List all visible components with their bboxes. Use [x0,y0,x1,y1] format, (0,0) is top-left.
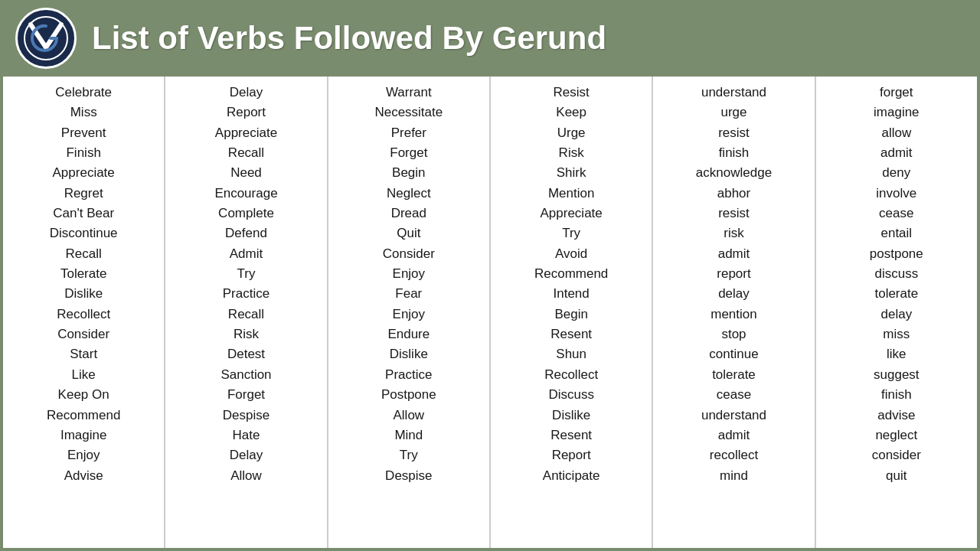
word-item: Forget [227,385,265,405]
word-item: Enjoy [393,264,426,284]
word-item: report [717,264,750,284]
word-item: continue [709,344,758,364]
word-item: Celebrate [55,83,112,103]
column-4: ResistKeepUrgeRiskShirkMentionAppreciate… [491,77,653,548]
word-item: Intend [554,284,590,304]
word-item: Try [562,223,580,243]
word-item: acknowledge [696,163,772,183]
content-area: CelebrateMissPreventFinishAppreciateRegr… [3,77,977,548]
word-item: Appreciate [53,163,115,183]
word-item: Try [237,264,256,284]
word-item: Endure [387,324,430,344]
word-item: like [887,344,906,364]
word-item: Resist [554,83,590,103]
word-item: Recollect [57,305,110,324]
word-item: cease [879,204,913,223]
word-item: Recollect [544,365,598,385]
word-item: Risk [559,143,584,163]
word-item: Recall [228,143,264,163]
word-item: Keep On [58,385,109,405]
word-item: miss [883,324,910,344]
word-item: understand [701,406,766,425]
word-item: Postpone [381,385,436,405]
word-item: Keep [556,103,586,122]
word-item: Avoid [555,244,587,264]
word-item: Consider [57,324,109,344]
word-item: advise [877,406,915,425]
word-item: Discontinue [50,223,118,243]
word-item: Prefer [391,123,426,143]
word-item: Neglect [387,184,431,204]
word-item: admit [880,143,913,163]
word-item: Dislike [64,284,103,304]
word-item: imagine [874,103,920,122]
word-item: Resent [550,324,592,344]
word-item: Despise [385,466,432,486]
word-item: Hate [233,425,260,445]
word-item: Forget [390,143,427,163]
word-item: Regret [64,184,103,204]
word-item: Despise [223,406,270,425]
column-3: WarrantNecessitatePreferForgetBeginNegle… [328,77,491,548]
word-item: resist [718,123,750,143]
word-item: allow [881,123,911,143]
word-item: deny [882,163,910,183]
word-item: Encourage [214,184,277,204]
word-item: Try [400,445,418,465]
word-item: Discuss [548,385,594,405]
word-item: Practice [385,365,432,385]
word-item: abhor [717,184,750,204]
word-item: Recommend [47,406,120,425]
word-item: Warrant [386,83,432,103]
word-item: Advise [64,466,103,486]
word-item: Recommend [534,264,608,284]
word-item: Anticipate [543,466,600,486]
column-2: DelayReportAppreciateRecallNeedEncourage… [165,77,328,548]
word-item: Risk [234,324,259,344]
word-item: admit [718,244,750,264]
word-item: delay [718,284,750,304]
word-item: understand [701,83,766,103]
word-item: forget [880,83,913,103]
word-item: Begin [392,163,425,183]
word-item: Imagine [60,425,106,445]
word-item: Detest [227,344,265,364]
word-item: Resent [550,425,592,445]
word-item: Complete [218,204,274,223]
header: List of Verbs Followed By Gerund [0,0,980,77]
word-item: risk [724,223,743,243]
word-item: Dread [391,204,426,223]
word-item: Finish [66,143,100,163]
word-item: Report [227,103,266,122]
word-item: resist [718,204,750,223]
page-title: List of Verbs Followed By Gerund [92,20,606,57]
word-item: urge [720,103,746,122]
column-6: forgetimagineallowadmitdenyinvolveceasee… [816,77,977,548]
word-item: Fear [395,284,422,304]
logo [15,8,77,69]
word-item: Appreciate [541,204,603,223]
word-item: finish [881,385,912,405]
word-item: Tolerate [60,264,106,284]
word-item: Admit [230,244,263,264]
word-item: tolerate [712,365,756,385]
word-item: finish [719,143,750,163]
word-item: Defend [225,223,267,243]
word-item: cease [717,385,751,405]
word-item: stop [721,324,746,344]
word-item: Urge [557,123,586,143]
word-item: Necessitate [374,103,443,122]
word-item: Can't Bear [53,204,114,223]
word-item: Miss [70,103,97,122]
word-item: recollect [710,445,758,465]
word-item: Allow [394,406,425,425]
word-item: postpone [870,244,923,264]
word-item: quit [886,466,906,486]
word-item: consider [872,445,921,465]
word-item: Dislike [390,344,428,364]
word-item: Shun [556,344,586,364]
word-item: admit [718,425,750,445]
word-item: mind [720,466,748,486]
word-item: mention [710,305,756,324]
word-item: Enjoy [67,445,100,465]
